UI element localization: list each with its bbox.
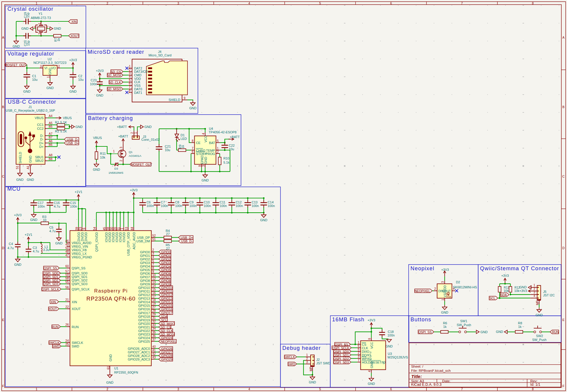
svg-text:DVDD: DVDD (84, 232, 88, 241)
svg-text:SWD: SWD (72, 344, 79, 348)
svg-text:2: 2 (306, 357, 308, 360)
svg-text:41: 41 (152, 349, 156, 352)
svg-text:6: 6 (129, 82, 131, 85)
svg-text:C12: C12 (236, 200, 242, 204)
svg-text:3: 3 (441, 281, 445, 283)
svg-text:File: RPBoard².kicad_sch: File: RPBoard².kicad_sch (411, 369, 451, 373)
svg-text:16MB Flash: 16MB Flash (332, 317, 365, 323)
svg-text:GPIO25: GPIO25 (138, 340, 150, 343)
svg-text:GPIO26: GPIO26 (161, 347, 172, 350)
svg-text:QSPI_SD0: QSPI_SD0 (43, 271, 59, 275)
svg-text:26: 26 (65, 323, 69, 326)
svg-text:34: 34 (152, 327, 156, 330)
svg-text:C9: C9 (189, 200, 193, 204)
svg-text:+BATT: +BATT (230, 135, 240, 139)
svg-text:J2: J2 (316, 358, 320, 361)
svg-text:GPIO28: GPIO28 (161, 354, 172, 358)
svg-text:NEOPIXEL: NEOPIXEL (415, 289, 430, 293)
svg-text:3: 3 (177, 387, 179, 391)
svg-text:A: A (562, 36, 564, 39)
svg-text:100n: 100n (220, 204, 227, 208)
svg-text:GPIO22: GPIO22 (138, 329, 150, 333)
svg-text:GPIO17: GPIO17 (161, 311, 172, 315)
svg-text:QSPI_SD2: QSPI_SD2 (72, 279, 87, 282)
svg-text:USB-C Connector: USB-C Connector (8, 99, 56, 105)
svg-text:SWD: SWD (52, 344, 59, 348)
svg-text:GND: GND (14, 263, 21, 266)
svg-text:F: F (2, 384, 4, 388)
svg-text:RGB: RGB (446, 295, 451, 298)
svg-text:XIN: XIN (72, 300, 77, 304)
svg-text:61: 61 (107, 366, 110, 370)
svg-text:GPIO16: GPIO16 (138, 307, 150, 311)
svg-text:5.1k: 5.1k (223, 161, 230, 164)
svg-text:A: A (2, 36, 4, 39)
svg-text:C2: C2 (78, 74, 82, 78)
svg-text:QSPI_SS: QSPI_SS (418, 330, 432, 334)
svg-text:GPIO4: GPIO4 (161, 265, 171, 268)
svg-text:C5: C5 (49, 226, 53, 229)
svg-text:Micro_SD_Card: Micro_SD_Card (149, 53, 171, 57)
svg-text:U1: U1 (114, 366, 118, 370)
svg-text:SCL: SCL (161, 318, 167, 322)
svg-text:SD_MISO: SD_MISO (107, 87, 121, 91)
svg-text:JST I2C: JST I2C (543, 293, 555, 297)
svg-text:GND: GND (48, 68, 52, 75)
svg-text:GND: GND (536, 313, 543, 317)
svg-text:Neopixel: Neopixel (410, 265, 434, 271)
svg-text:SWCLK: SWCLK (48, 341, 59, 344)
svg-text:8: 8 (192, 139, 193, 143)
svg-text:CC2: CC2 (37, 127, 44, 130)
svg-text:9: 9 (184, 97, 185, 100)
svg-text:21: 21 (65, 298, 69, 301)
svg-text:QSPI_SD0: QSPI_SD0 (333, 350, 349, 353)
svg-text:Sheet: /: Sheet: / (411, 364, 423, 369)
svg-text:VREG_PGND: VREG_PGND (72, 255, 92, 259)
svg-text:1: 1 (533, 284, 535, 287)
svg-text:+3V3: +3V3 (14, 213, 22, 217)
svg-text:48: 48 (65, 250, 69, 253)
svg-text:38: 38 (106, 227, 110, 230)
svg-text:SWD: SWD (288, 362, 295, 366)
svg-text:100n: 100n (204, 204, 211, 208)
svg-text:4: 4 (152, 255, 154, 259)
svg-text:7: 7 (192, 147, 193, 150)
svg-text:ABM8-272-T3: ABM8-272-T3 (31, 16, 51, 20)
svg-text:Voltage regulator: Voltage regulator (7, 51, 54, 57)
svg-text:33: 33 (152, 323, 156, 327)
svg-text:DI/IO: DI/IO (362, 350, 369, 353)
svg-text:SD_MISO: SD_MISO (161, 322, 175, 325)
svg-text:A5: A5 (49, 121, 53, 125)
svg-text:U2: U2 (48, 57, 52, 61)
svg-text:5: 5 (152, 259, 154, 263)
svg-text:100n: 100n (147, 204, 154, 208)
svg-text:2: 2 (58, 65, 60, 68)
svg-text:B: B (562, 105, 564, 109)
svg-text:IOVDD: IOVDD (115, 232, 119, 242)
svg-text:1k: 1k (57, 38, 60, 41)
svg-text:BAT: BAT (209, 141, 215, 145)
svg-text:3: 3 (40, 65, 42, 68)
svg-text:C17: C17 (38, 201, 44, 205)
svg-text:S1: S1 (16, 165, 19, 169)
svg-text:1N5819WS: 1N5819WS (108, 171, 124, 174)
svg-text:GPIO5: GPIO5 (140, 268, 150, 272)
svg-text:U4: U4 (209, 127, 213, 130)
svg-text:B6: B6 (49, 143, 53, 146)
svg-text:GND: GND (46, 86, 53, 90)
svg-text:30: 30 (110, 227, 113, 230)
svg-text:44: 44 (130, 227, 134, 230)
svg-text:C8: C8 (175, 200, 179, 204)
svg-text:16: 16 (152, 291, 156, 295)
svg-text:3.3u: 3.3u (43, 248, 49, 252)
svg-text:3: 3 (152, 252, 154, 255)
svg-text:GPIO24: GPIO24 (161, 336, 172, 340)
svg-text:E: E (2, 318, 4, 322)
svg-text:4.7u: 4.7u (33, 249, 39, 253)
svg-text:GND: GND (29, 156, 32, 163)
svg-text:ADC_AVDD: ADC_AVDD (132, 232, 136, 249)
svg-text:C1: C1 (32, 74, 36, 78)
svg-text:CLK: CLK (134, 80, 141, 84)
svg-text:VI: VI (44, 66, 47, 70)
svg-text:CC1: CC1 (37, 123, 44, 127)
